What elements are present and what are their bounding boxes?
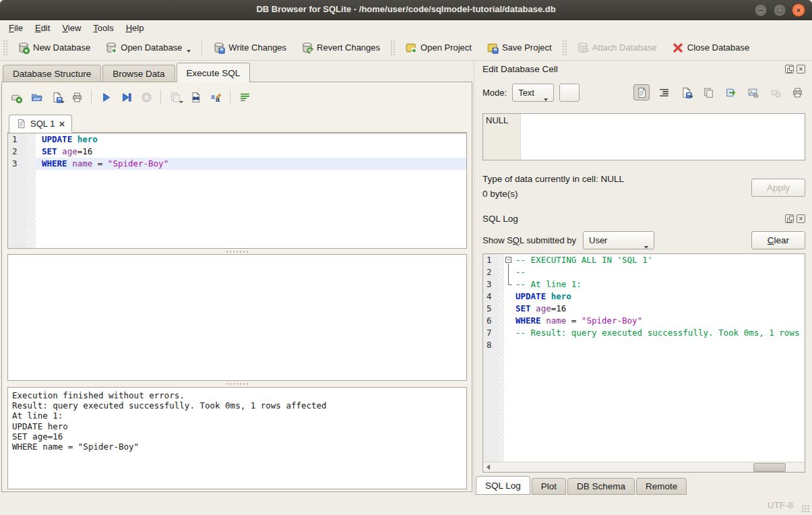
line-number: 4 — [483, 291, 498, 303]
menu-file[interactable]: File — [3, 22, 29, 34]
line-number: 1 — [483, 254, 498, 266]
stop-execution-button — [137, 88, 155, 106]
scrollbar-thumb[interactable] — [753, 463, 786, 472]
toolbar-separator — [160, 90, 161, 104]
main-toolbar: New Database Open Database Write Changes… — [0, 35, 812, 61]
dock-title: Edit Database Cell — [482, 64, 558, 74]
import-data-button[interactable] — [678, 84, 694, 100]
dock-title: SQL Log — [482, 214, 518, 224]
dock-close-icon[interactable]: × — [797, 214, 805, 223]
new-database-button[interactable]: New Database — [12, 38, 96, 57]
save-sql-file-button[interactable] — [48, 88, 65, 106]
menu-edit[interactable]: Edit — [29, 22, 56, 34]
dock-float-icon[interactable] — [785, 65, 794, 73]
export-data-button[interactable] — [700, 84, 716, 100]
attach-database-button: Attach Database — [571, 38, 662, 57]
log-source-combobox[interactable]: User — [583, 231, 654, 249]
close-tab-icon[interactable]: × — [59, 119, 65, 128]
execution-message-pane[interactable]: Execution finished without errors. Resul… — [7, 387, 467, 489]
tab-db-schema[interactable]: DB Schema — [567, 478, 635, 495]
attach-database-icon — [577, 42, 589, 54]
editor-line: 2SET age=16 — [8, 146, 466, 158]
dock-close-icon[interactable]: × — [797, 65, 805, 73]
cell-text-area[interactable] — [521, 114, 805, 160]
close-button[interactable]: × — [792, 3, 805, 17]
encoding-indicator[interactable]: UTF-8 — [768, 500, 793, 510]
cell-value-editor[interactable]: NULL — [482, 113, 805, 160]
text-mode-button[interactable] — [633, 84, 650, 100]
menu-help[interactable]: Help — [120, 22, 150, 34]
scroll-left-icon[interactable] — [483, 462, 493, 472]
sql-log-filter-row: Show SQL submitted by User Clear — [482, 231, 805, 250]
toolbar-grip[interactable] — [390, 40, 395, 56]
remove-icon — [770, 87, 781, 98]
tab-sql-log[interactable]: SQL Log — [476, 476, 530, 495]
open-sql-file-button[interactable] — [28, 88, 45, 106]
word-wrap-button[interactable] — [236, 88, 253, 106]
sql-tab-sql1[interactable]: SQL 1 × — [9, 115, 72, 133]
toolbar-grip[interactable] — [3, 40, 7, 56]
line-number: 6 — [483, 315, 498, 327]
tab-browse-data[interactable]: Browse Data — [102, 65, 175, 82]
editor-line: 1UPDATE hero — [8, 133, 466, 146]
fold-collapse-icon[interactable]: − — [504, 254, 514, 266]
log-line: 8 — [483, 339, 805, 351]
sql-editor[interactable]: 1UPDATE hero 2SET age=16 3WHERE name = "… — [7, 133, 467, 249]
minimize-button[interactable]: − — [754, 3, 768, 17]
menu-tools[interactable]: Tools — [87, 22, 119, 34]
clear-log-button[interactable]: Clear — [751, 231, 805, 249]
open-database-button[interactable]: Open Database — [100, 38, 196, 57]
sql-editor-tab-bar: SQL 1 × — [7, 113, 467, 133]
titlebar[interactable]: DB Browser for SQLite - /home/user/code/… — [0, 0, 812, 20]
sql-log-view[interactable]: 1−-- EXECUTING ALL IN 'SQL 1' 2-- 3-- At… — [482, 253, 805, 473]
log-line: 1−-- EXECUTING ALL IN 'SQL 1' — [483, 254, 805, 266]
find-replace-button[interactable] — [187, 88, 204, 106]
revert-changes-button[interactable]: Revert Changes — [296, 38, 385, 57]
print-sql-button[interactable] — [68, 88, 86, 106]
import-dropdown-icon[interactable] — [689, 96, 693, 98]
mode-combobox[interactable]: Text — [512, 84, 554, 102]
open-in-app-button[interactable] — [722, 84, 739, 100]
toolbar-grip[interactable] — [562, 40, 567, 56]
dock-float-icon[interactable] — [785, 214, 794, 223]
execute-current-line-button[interactable] — [117, 88, 135, 106]
tab-database-structure[interactable]: Database Structure — [3, 65, 101, 82]
line-number: 5 — [483, 303, 498, 315]
printer-icon — [71, 92, 83, 103]
close-database-button[interactable]: Close Database — [666, 38, 755, 57]
editor-gutter-fill — [8, 170, 466, 249]
resize-grip-icon[interactable] — [802, 505, 810, 513]
tab-plot[interactable]: Plot — [532, 478, 566, 495]
word-wrap-toggle-button[interactable] — [656, 84, 672, 100]
left-panel: Database Structure Browse Data Execute S… — [0, 61, 474, 495]
cell-type-info: Type of data currently in cell: NULL — [482, 174, 624, 184]
export-arrow-icon — [725, 87, 737, 98]
tab-remote[interactable]: Remote — [636, 478, 687, 495]
results-grid[interactable] — [7, 254, 467, 381]
auto-format-button[interactable] — [207, 88, 224, 106]
import-settings-button[interactable] — [559, 84, 580, 102]
open-project-button[interactable]: Open Project — [400, 38, 477, 57]
open-database-dropdown-icon[interactable] — [187, 50, 191, 53]
revert-changes-icon — [301, 42, 313, 54]
save-project-button[interactable]: Save Project — [481, 38, 557, 57]
tab-execute-sql[interactable]: Execute SQL — [177, 63, 251, 82]
window-controls: − □ × — [754, 3, 805, 17]
maximize-button[interactable]: □ — [773, 3, 786, 17]
horizontal-scrollbar[interactable] — [483, 462, 805, 472]
write-changes-button[interactable]: Write Changes — [208, 38, 292, 57]
open-sql-tab-button[interactable] — [7, 88, 25, 106]
print-cell-button[interactable] — [789, 84, 805, 100]
execute-all-button[interactable] — [97, 88, 115, 106]
chevron-down-icon — [544, 98, 548, 101]
splitter-handle[interactable] — [7, 382, 467, 386]
dock-tab-bar: SQL Log Plot DB Schema Remote — [476, 478, 688, 495]
play-icon — [100, 92, 112, 103]
menu-view[interactable]: View — [56, 22, 87, 34]
save-dropdown-icon[interactable] — [61, 101, 65, 103]
save-project-icon — [487, 42, 499, 54]
splitter-handle[interactable] — [7, 249, 467, 253]
play-to-bar-icon — [121, 92, 132, 103]
log-line: 2-- — [483, 266, 805, 278]
open-image-button[interactable] — [745, 84, 761, 100]
